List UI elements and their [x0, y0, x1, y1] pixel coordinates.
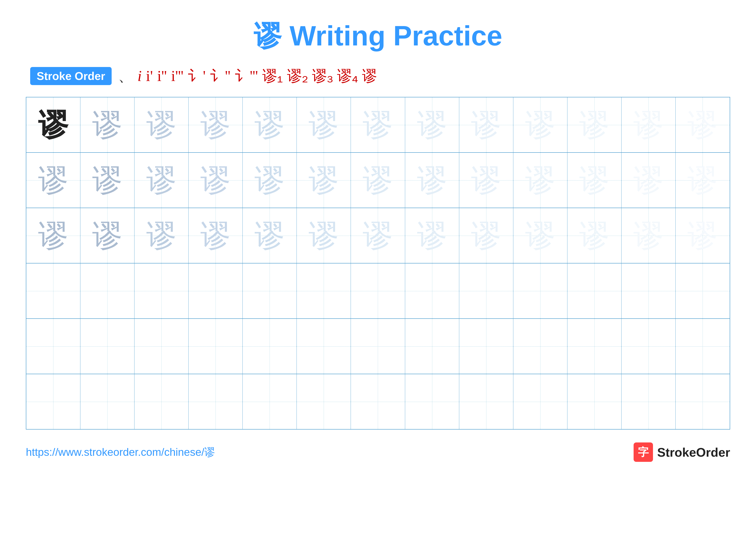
stroke-step-1: i	[138, 67, 142, 85]
grid-cell-4-8[interactable]	[405, 264, 459, 318]
stroke-steps: 、 i i' i'' i''' 讠' 讠'' 讠''' 谬₁ 谬₂ 谬₃ 谬₄ …	[118, 66, 377, 86]
char-light5: 谬	[579, 110, 609, 140]
grid-cell-2-1: 谬	[26, 153, 80, 208]
char-med5: 谬	[309, 110, 339, 140]
grid-cell-2-13: 谬	[676, 153, 730, 208]
footer: https://www.strokeorder.com/chinese/谬 字 …	[26, 443, 730, 462]
grid-cell-5-11[interactable]	[567, 319, 622, 374]
page: 谬 Writing Practice Stroke Order 、 i i' i…	[0, 0, 756, 534]
grid-cell-3-6: 谬	[297, 208, 351, 263]
grid-cell-6-7[interactable]	[351, 374, 405, 429]
footer-url[interactable]: https://www.strokeorder.com/chinese/谬	[26, 445, 215, 459]
grid-cell-3-1: 谬	[26, 208, 80, 263]
grid-cell-6-2[interactable]	[80, 374, 134, 429]
grid-cell-2-5: 谬	[243, 153, 297, 208]
grid-cell-4-13[interactable]	[676, 264, 730, 318]
grid-cell-4-4[interactable]	[189, 264, 243, 318]
grid-cell-3-11: 谬	[567, 208, 622, 263]
char-vlight1: 谬	[634, 110, 663, 140]
stroke-order-badge[interactable]: Stroke Order	[30, 67, 112, 85]
grid-cell-3-5: 谬	[243, 208, 297, 263]
grid-cell-6-6[interactable]	[297, 374, 351, 429]
stroke-step-11: 谬₄	[337, 66, 358, 86]
grid-cell-4-9[interactable]	[459, 264, 513, 318]
grid-cell-3-10: 谬	[513, 208, 567, 263]
grid-cell-5-13[interactable]	[676, 319, 730, 374]
grid-cell-2-3: 谬	[134, 153, 189, 208]
char-light3: 谬	[471, 110, 501, 140]
grid-cell-4-5[interactable]	[243, 264, 297, 318]
char-med1: 谬	[92, 110, 122, 140]
grid-cell-4-1[interactable]	[26, 264, 80, 318]
page-title: 谬 Writing Practice	[254, 17, 502, 55]
char-light4: 谬	[525, 110, 555, 140]
grid-cell-1-6: 谬	[297, 97, 351, 152]
grid-cell-5-1[interactable]	[26, 319, 80, 374]
grid-cell-3-8: 谬	[405, 208, 459, 263]
grid-cell-5-6[interactable]	[297, 319, 351, 374]
char-med3: 谬	[201, 110, 230, 140]
grid-cell-5-10[interactable]	[513, 319, 567, 374]
grid-cell-3-13: 谬	[676, 208, 730, 263]
grid-cell-2-11: 谬	[567, 153, 622, 208]
grid-cell-1-11: 谬	[567, 97, 622, 152]
grid-cell-6-11[interactable]	[567, 374, 622, 429]
grid-cell-1-3: 谬	[134, 97, 189, 152]
char-med2: 谬	[146, 110, 176, 140]
grid-cell-2-7: 谬	[351, 153, 405, 208]
stroke-step-5: 讠'	[188, 66, 205, 86]
title-char: 谬	[254, 20, 282, 51]
char-med4: 谬	[255, 110, 285, 140]
grid-row-2: 谬 谬 谬 谬 谬 谬 谬	[26, 153, 730, 208]
grid-cell-4-7[interactable]	[351, 264, 405, 318]
grid-cell-5-12[interactable]	[622, 319, 676, 374]
grid-cell-5-7[interactable]	[351, 319, 405, 374]
grid-cell-1-7: 谬	[351, 97, 405, 152]
grid-cell-1-2: 谬	[80, 97, 134, 152]
stroke-step-2: i'	[146, 67, 153, 85]
grid-row-1: 谬 谬 谬 谬 谬 谬 谬	[26, 97, 730, 153]
grid-cell-6-8[interactable]	[405, 374, 459, 429]
stroke-step-10: 谬₃	[312, 66, 333, 86]
grid-row-6	[26, 374, 730, 429]
grid-cell-1-8: 谬	[405, 97, 459, 152]
grid-cell-5-9[interactable]	[459, 319, 513, 374]
grid-cell-6-9[interactable]	[459, 374, 513, 429]
grid-cell-4-2[interactable]	[80, 264, 134, 318]
grid-cell-5-3[interactable]	[134, 319, 189, 374]
grid-cell-6-12[interactable]	[622, 374, 676, 429]
stroke-step-3: i''	[157, 67, 167, 85]
stroke-step-6: 讠''	[210, 66, 230, 86]
grid-cell-6-13[interactable]	[676, 374, 730, 429]
char-vlight2: 谬	[688, 110, 717, 140]
stroke-step-4: i'''	[171, 67, 183, 85]
grid-cell-2-8: 谬	[405, 153, 459, 208]
grid-cell-5-8[interactable]	[405, 319, 459, 374]
grid-cell-4-3[interactable]	[134, 264, 189, 318]
grid-cell-5-5[interactable]	[243, 319, 297, 374]
stroke-step-7: 讠'''	[235, 66, 258, 86]
title-text: Writing Practice	[289, 20, 502, 51]
footer-logo: 字 StrokeOrder	[634, 443, 730, 462]
grid-cell-5-2[interactable]	[80, 319, 134, 374]
grid-cell-1-1: 谬	[26, 97, 80, 152]
grid-cell-6-1[interactable]	[26, 374, 80, 429]
grid-cell-6-10[interactable]	[513, 374, 567, 429]
grid-row-3: 谬 谬 谬 谬 谬 谬 谬	[26, 208, 730, 264]
grid-cell-1-5: 谬	[243, 97, 297, 152]
grid-cell-2-10: 谬	[513, 153, 567, 208]
char-light1: 谬	[363, 110, 393, 140]
stroke-step-9: 谬₂	[287, 66, 308, 86]
char-light2: 谬	[417, 110, 447, 140]
practice-grid: 谬 谬 谬 谬 谬 谬 谬	[26, 97, 730, 429]
grid-cell-5-4[interactable]	[189, 319, 243, 374]
grid-cell-4-11[interactable]	[567, 264, 622, 318]
grid-cell-4-10[interactable]	[513, 264, 567, 318]
grid-cell-6-3[interactable]	[134, 374, 189, 429]
grid-cell-6-4[interactable]	[189, 374, 243, 429]
strokeorder-logo-icon: 字	[634, 443, 653, 462]
grid-cell-4-6[interactable]	[297, 264, 351, 318]
grid-cell-3-4: 谬	[189, 208, 243, 263]
grid-cell-4-12[interactable]	[622, 264, 676, 318]
grid-cell-6-5[interactable]	[243, 374, 297, 429]
